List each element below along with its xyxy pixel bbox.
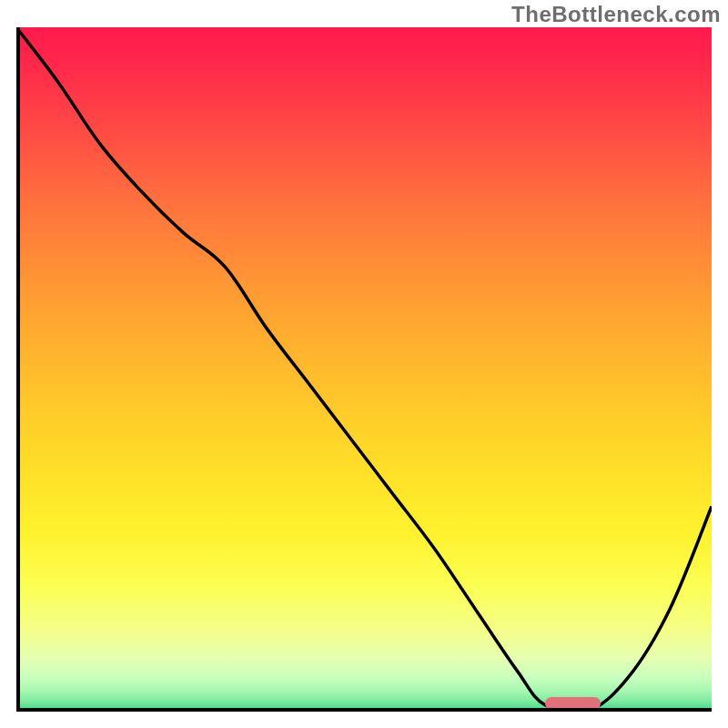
curve-layer xyxy=(16,27,712,712)
attribution-label: TheBottleneck.com xyxy=(511,2,721,27)
bottleneck-chart: TheBottleneck.com xyxy=(0,0,728,728)
bottleneck-curve-path xyxy=(16,27,712,712)
optimal-range-marker xyxy=(545,697,601,710)
plot-area xyxy=(16,27,712,712)
